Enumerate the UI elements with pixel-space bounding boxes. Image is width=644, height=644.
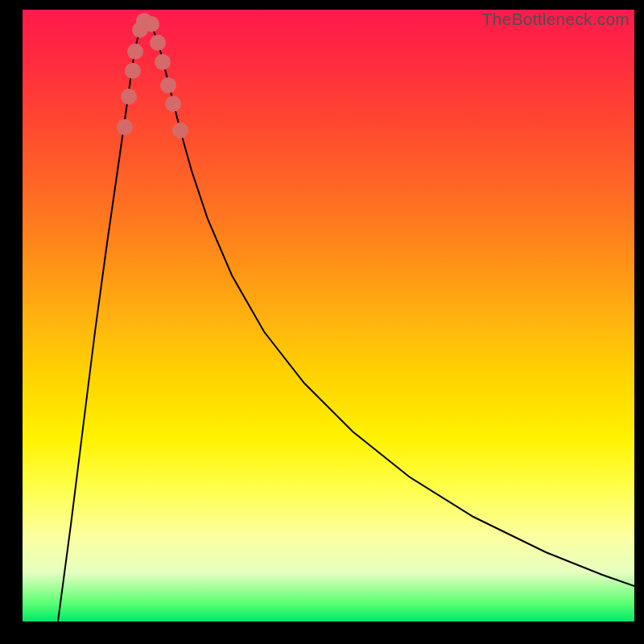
highlight-point <box>160 77 176 93</box>
chart-frame: TheBottleneck.com <box>0 0 644 644</box>
highlight-point <box>172 122 188 138</box>
highlight-point <box>150 35 166 51</box>
curve-layer <box>58 21 634 621</box>
highlight-point <box>165 96 181 112</box>
highlight-point <box>125 63 141 79</box>
highlight-point <box>155 54 171 70</box>
highlight-point <box>121 89 137 105</box>
plot-area: TheBottleneck.com <box>23 10 634 621</box>
highlight-point <box>127 43 143 60</box>
highlight-point <box>117 119 133 135</box>
chart-svg <box>23 10 634 621</box>
bottleneck-curve <box>58 21 634 621</box>
highlight-point <box>143 16 159 32</box>
